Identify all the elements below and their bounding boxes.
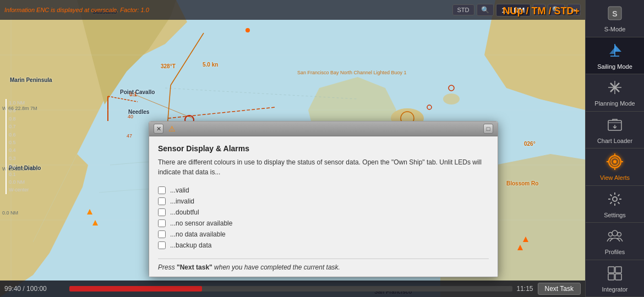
checkbox-valid: ...valid [158,185,489,196]
svg-text:47: 47 [127,133,132,139]
sidebar-item-profiles-label: Profiles [605,249,625,256]
planning-icon [605,78,625,97]
dialog-titlebar: ✕ ⚠ □ [149,122,498,136]
smode-icon: S [605,3,625,23]
checkbox-no-data: ...no data available [158,229,489,240]
chartloader-icon [605,115,625,135]
zoom-in-btn[interactable]: 🔍 [477,4,494,16]
nup-display: NUp / TM / STD+ [503,6,580,17]
svg-rect-60 [615,267,621,273]
sidebar-item-planning[interactable]: Planning Mode [586,74,644,112]
checkbox-no-sensor-input[interactable] [158,219,166,227]
svg-point-58 [618,233,621,237]
map-bottombar: 99:40 / 100:00 11:15 Next Task [0,280,585,297]
progress-bar [69,286,512,292]
sensor-dialog: ✕ ⚠ □ Sensor Display & Alarms There are … [149,121,498,277]
checkbox-invalid: ...invalid [158,196,489,207]
scale-line-9: 0.2 [9,162,29,170]
scale-bar: 1.0 NM 0.9 0.8 0.7 0.6 0.5 0.4 0.3 0.2 0… [6,99,29,194]
label-bearing: 328°T [161,63,176,69]
checkbox-no-sensor-label: ...no sensor available [170,219,232,227]
checkbox-valid-label: ...valid [170,186,189,194]
scale-line-8: 0.3 [9,155,29,162]
sidebar-item-smode[interactable]: S S-Mode [586,0,644,37]
sidebar-item-sailing-label: Sailing Mode [597,63,632,70]
scale-line-10: 0.1 [9,170,29,178]
dialog-title: Sensor Display & Alarms [158,144,489,153]
checkbox-no-sensor: ...no sensor available [158,218,489,229]
svg-text:S: S [612,9,617,18]
scale-line-6: 0.5 [9,139,29,146]
checkbox-doubtful-input[interactable] [158,208,166,216]
alerts-icon [605,152,625,172]
dialog-close-button[interactable]: ✕ [154,124,163,134]
sidebar-item-chartloader[interactable]: Chart Loader [586,112,644,149]
map-area: 24 18 12 8 W 66 22.8m 7M W 66 22.5m 9m 0… [0,0,585,297]
profiles-icon [605,226,625,246]
label-speed: 5.0 kn [203,62,218,68]
sidebar-item-planning-label: Planning Mode [594,100,635,107]
svg-rect-61 [608,274,614,280]
settings-icon [605,189,625,209]
label-cavallo: Point Cavallo [120,89,155,95]
scale-line-4: 0.7 [9,123,29,130]
svg-rect-59 [608,267,614,273]
checkbox-backup: ...backup data [158,240,489,251]
sidebar-item-integrator-label: Integrator [602,286,627,293]
sidebar-item-settings[interactable]: Settings [586,186,644,223]
checkbox-valid-input[interactable] [158,186,166,194]
sidebar-item-integrator[interactable]: Integrator [586,260,644,298]
dialog-maximize-button[interactable]: □ [483,124,493,134]
label-blossom: Blossom Ro [506,180,538,186]
bottom-coords: 99:40 / 100:00 [4,285,65,293]
scale-line-1: 1.0 NM [9,99,29,107]
dialog-footer: Press "Next task" when you have complete… [158,258,489,271]
checkbox-no-data-input[interactable] [158,230,166,238]
progress-time: 11:15 [517,285,533,293]
sidebar-item-viewalerts[interactable]: View Alerts [586,148,644,186]
label-marin: Marin Peninsula [10,77,52,83]
checkbox-backup-label: ...backup data [170,241,211,249]
sidebar-item-smode-label: S-Mode [604,26,626,33]
svg-point-23 [245,28,250,32]
scale-line-11: 0.0 NM [9,178,29,186]
checkbox-backup-input[interactable] [158,241,166,249]
info-bar-text: Information ENC is displayed at overscal… [4,7,149,13]
svg-text:0.0 NM: 0.0 NM [2,210,18,216]
checkbox-no-data-label: ...no data available [170,230,226,238]
svg-point-55 [613,197,617,201]
scale-line-12: W-center [9,186,29,194]
std-button[interactable]: STD [452,4,474,15]
next-task-button[interactable]: Next Task [538,283,581,295]
scale-line-7: 0.4 [9,146,29,154]
map-topbar: Information ENC is displayed at overscal… [0,0,585,20]
label-needles: Needles [128,109,149,115]
scale-line-5: 0.6 [9,131,29,139]
svg-point-57 [609,233,613,237]
checkbox-invalid-label: ...invalid [170,197,194,205]
dialog-titlebar-left: ✕ ⚠ [154,124,177,134]
svg-text:San Francisco Bay North Channe: San Francisco Bay North Channel Lighted … [297,70,407,75]
sidebar: S S-Mode Sailing Mode Planning Mode [585,0,644,297]
sailing-icon [605,41,625,61]
sidebar-item-profiles[interactable]: Profiles [586,223,644,260]
integrator-icon [605,263,625,283]
dialog-body: Sensor Display & Alarms There are differ… [149,136,498,277]
dialog-footer-key: "Next task" [177,263,212,271]
sidebar-item-viewalerts-label: View Alerts [600,174,630,182]
svg-point-8 [443,94,460,105]
scale-line-2: 0.9 [9,107,29,114]
sidebar-item-settings-label: Settings [604,212,626,219]
checkbox-doubtful: ...doubtful [158,207,489,218]
progress-bar-fill [69,286,202,292]
scale-line-3: 0.8 [9,115,29,123]
sidebar-item-sailing[interactable]: Sailing Mode [586,37,644,75]
svg-rect-62 [615,274,621,280]
dialog-description: There are different colours in use to di… [158,157,489,177]
svg-point-56 [612,230,618,236]
sidebar-item-chartloader-label: Chart Loader [597,138,632,145]
dialog-warning-icon: ⚠ [167,124,177,134]
checkbox-list: ...valid ...invalid ...doubtful ...no se… [158,185,489,251]
checkbox-invalid-input[interactable] [158,197,166,205]
svg-point-50 [613,160,616,163]
